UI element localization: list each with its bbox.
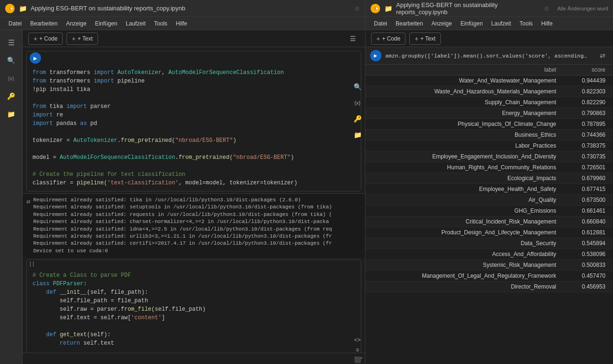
save-status: Alle Änderungen wurd	[557, 6, 608, 11]
right-toolbar: + + Code + + Text	[365, 30, 613, 47]
table-row: Data_Security0.545894	[365, 238, 613, 249]
table-cell-label: Ecological_Impacts	[365, 173, 566, 184]
table-cell-score: 0.726501	[566, 162, 613, 173]
table-cell-score: 0.538096	[566, 249, 613, 260]
table-cell-score: 0.822303	[566, 86, 613, 97]
menu-hilfe[interactable]: Hilfe	[172, 19, 191, 28]
menu-anzeige[interactable]: Anzeige	[62, 19, 90, 28]
table-cell-label: Energy_Management	[365, 108, 566, 119]
table-row: Employee_Health_And_Safety0.677415	[365, 184, 613, 195]
bottom-toolbar-left: ↕ ⤢	[23, 353, 365, 364]
right-menu-hilfe[interactable]: Hilfe	[538, 19, 556, 28]
table-cell-score: 0.679960	[566, 173, 613, 184]
cell-2-code[interactable]: # Create a Class to parse PDF class PDFP…	[27, 267, 361, 353]
drive-icon: 📁	[19, 5, 27, 12]
right-menu-tools[interactable]: Tools	[516, 19, 537, 28]
svg-point-4	[373, 7, 375, 9]
table-cell-label: Director_Removal	[365, 281, 566, 292]
table-cell-label: Supply_Chain_Management	[365, 97, 566, 108]
table-row: Critical_Incident_Risk_Management0.66084…	[365, 216, 613, 227]
table-cell-label: Human_Rights_And_Community_Relations	[365, 162, 566, 173]
right-add-text-button[interactable]: + + Text	[409, 33, 440, 45]
output-run-btn[interactable]: ▶	[370, 50, 381, 61]
menu-tools[interactable]: Tools	[150, 19, 171, 28]
table-row: Labor_Practices0.738375	[365, 141, 613, 151]
table-cell-label: Physical_Impacts_Of_Climate_Change	[365, 119, 566, 130]
run-btn-1[interactable]: ▶	[30, 52, 41, 64]
sidebar-files-icon[interactable]: 📁	[3, 106, 20, 123]
star-icon-left[interactable]: ☆	[354, 5, 360, 12]
menu-bearbeiten[interactable]: Bearbeiten	[26, 19, 61, 28]
list-icon-float[interactable]: ≡	[351, 346, 364, 353]
table-cell-score: 0.673500	[566, 195, 613, 206]
table-cell-score: 0.677415	[566, 184, 613, 195]
cell-container: 🔍 {x} 🔑 📁 ▶ from transformers import Aut…	[23, 47, 365, 353]
table-row: Access_And_Affordability0.538096	[365, 249, 613, 260]
right-menu-bearbeiten[interactable]: Bearbeiten	[392, 19, 427, 28]
list-icon[interactable]: ☰	[346, 32, 359, 45]
variables-float-icon[interactable]: {x}	[351, 96, 364, 109]
left-menu-bar: Datei Bearbeiten Anzeige Einfügen Laufze…	[0, 17, 365, 30]
output-code-text: amzn.groupby(['label']).mean().sort_valu…	[385, 53, 589, 59]
right-menu-anzeige[interactable]: Anzeige	[428, 19, 456, 28]
right-code-label: + Code	[382, 35, 400, 42]
svg-point-2	[10, 7, 13, 9]
table-cell-label: Employee_Engagement_Inclusion_And_Divers…	[365, 151, 566, 162]
output-icon-1: ⇄	[26, 198, 30, 207]
key-float-icon[interactable]: 🔑	[351, 112, 364, 125]
right-menu-bar: Datei Bearbeiten Anzeige Einfügen Laufze…	[365, 17, 613, 30]
table-cell-label: Access_And_Affordability	[365, 249, 566, 260]
right-plus-code-icon: +	[376, 35, 380, 42]
table-row: Management_Of_Legal_And_Regulatory_Frame…	[365, 271, 613, 281]
menu-einfuegen[interactable]: Einfügen	[91, 19, 121, 28]
plus-text-icon: +	[72, 35, 75, 42]
table-cell-score: 0.738375	[566, 141, 613, 151]
output-text-1: Requirement already satisfied: tika in /…	[33, 197, 332, 255]
colab-logo	[5, 3, 15, 14]
table-cell-label: Water_And_Wastewater_Management	[365, 75, 566, 86]
sidebar-menu-icon[interactable]: ☰	[3, 34, 20, 51]
bottom-float-icons: <> ≡ ⬛	[350, 336, 365, 353]
menu-laufzeit[interactable]: Laufzeit	[122, 19, 149, 28]
code-label: + Code	[39, 35, 58, 42]
table-cell-label: Product_Design_And_Lifecycle_Management	[365, 227, 566, 238]
sidebar-secrets-icon[interactable]: 🔑	[3, 88, 20, 105]
table-cell-label: Business_Ethics	[365, 130, 566, 141]
sidebar-search-icon[interactable]: 🔍	[3, 52, 20, 69]
right-title-text: Applying ESG-BERT on sustainability repo…	[396, 1, 540, 16]
cell-1-toolbar: ▶	[27, 51, 361, 65]
code-icon-float[interactable]: <>	[351, 336, 364, 344]
sidebar-variables-icon[interactable]: {x}	[3, 70, 20, 87]
table-cell-score: 0.787895	[566, 119, 613, 130]
right-plus-text-icon: +	[414, 35, 418, 42]
table-cell-score: 0.744366	[566, 130, 613, 141]
table-cell-label: Waste_And_Hazardous_Materials_Management	[365, 86, 566, 97]
table-row: Water_And_Wastewater_Management0.944439	[365, 75, 613, 86]
menu-datei[interactable]: Datei	[5, 19, 25, 28]
table-cell-label: Data_Security	[365, 238, 566, 249]
table-cell-score: 0.660840	[566, 216, 613, 227]
table-row: Human_Rights_And_Community_Relations0.72…	[365, 162, 613, 173]
left-title-text: Applying ESG-BERT on sustainability repo…	[31, 5, 348, 12]
table-cell-label: Employee_Health_And_Safety	[365, 184, 566, 195]
filter-icon[interactable]: ⇄	[597, 50, 608, 61]
left-title-bar: 📁 Applying ESG-BERT on sustainability re…	[0, 0, 365, 17]
right-menu-laufzeit[interactable]: Laufzeit	[488, 19, 515, 28]
svg-point-1	[8, 7, 10, 9]
search-float-icon[interactable]: 🔍	[351, 80, 364, 93]
sidebar: ☰ 🔍 {x} 🔑 📁	[0, 30, 23, 364]
right-menu-datei[interactable]: Datei	[370, 19, 391, 28]
right-menu-einfuegen[interactable]: Einfügen	[456, 19, 486, 28]
table-row: Director_Removal0.456953	[365, 281, 613, 292]
right-panel: 📁 Applying ESG-BERT on sustainability re…	[365, 0, 613, 364]
right-add-code-button[interactable]: + + Code	[371, 33, 406, 45]
add-code-button[interactable]: + + Code	[28, 33, 63, 45]
right-star-icon[interactable]: ☆	[544, 5, 550, 12]
cell-1-code[interactable]: from transformers import AutoTokenizer, …	[27, 65, 361, 191]
output-header: ▶ amzn.groupby(['label']).mean().sort_va…	[365, 47, 613, 65]
data-table-container[interactable]: label score Water_And_Wastewater_Managem…	[365, 65, 613, 364]
table-cell-label: GHG_Emissions	[365, 206, 566, 216]
folder-float-icon[interactable]: 📁	[351, 128, 364, 141]
add-text-button[interactable]: + + Text	[66, 33, 98, 45]
right-drive-icon: 📁	[384, 5, 392, 12]
